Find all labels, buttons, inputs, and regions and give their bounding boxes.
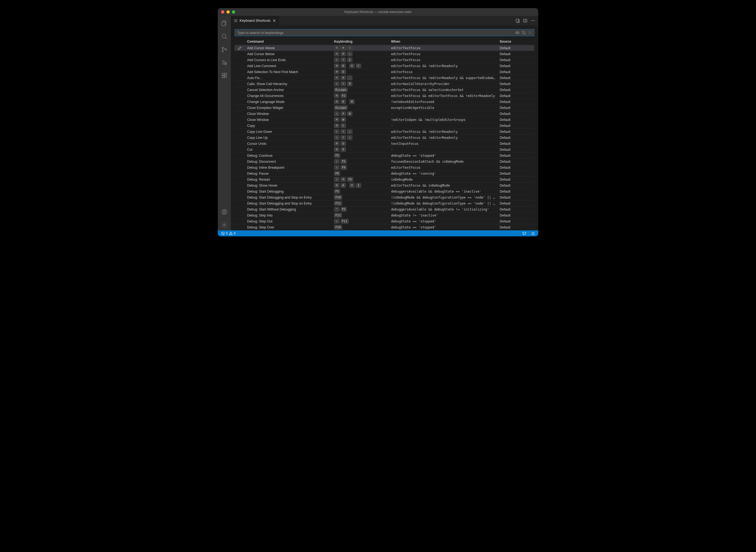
table-row[interactable]: Add Cursor Above⌥⌘↑editorTextFocusDefaul… bbox=[235, 45, 534, 51]
table-row[interactable]: Copy Line Down⇧⌥↓editorTextFocus && !edi… bbox=[235, 129, 534, 134]
table-row[interactable]: Debug: Step IntoF11debugState != 'inacti… bbox=[235, 212, 534, 218]
table-row[interactable]: Calls: Show Call Hierarchy⇧⌥HeditorHasCa… bbox=[235, 81, 534, 87]
col-keybinding[interactable]: Keybinding bbox=[332, 40, 389, 43]
source-cell: Default bbox=[498, 160, 534, 163]
svg-point-2 bbox=[222, 34, 226, 38]
status-problems[interactable]: 0 0 bbox=[220, 230, 236, 236]
keybinding-cell: ⌘D bbox=[332, 70, 389, 74]
table-row[interactable]: Copy⌘C-Default bbox=[235, 123, 534, 129]
keybinding-cell: ⇧F11 bbox=[332, 219, 389, 224]
clear-search-icon[interactable] bbox=[527, 31, 533, 35]
table-row[interactable]: Change Language Mode⌘KM!notebookEditorFo… bbox=[235, 99, 534, 105]
key-cap: ⇧ bbox=[334, 111, 340, 116]
run-debug-icon[interactable] bbox=[218, 57, 231, 68]
source-cell: Default bbox=[498, 178, 534, 181]
table-row[interactable]: Add Cursor Below⌥⌘↓editorTextFocusDefaul… bbox=[235, 51, 534, 57]
when-cell: focusedSessionIsAttach && inDebugMode bbox=[389, 160, 498, 163]
svg-rect-33 bbox=[522, 31, 523, 32]
table-row[interactable]: Cursor Undo⌘UtextInputFocusDefault bbox=[235, 140, 534, 146]
accounts-icon[interactable] bbox=[218, 206, 231, 217]
col-when[interactable]: When bbox=[389, 40, 498, 43]
sort-precedence-icon[interactable] bbox=[521, 31, 527, 35]
more-actions-icon[interactable] bbox=[531, 18, 535, 23]
table-row[interactable]: Debug: Start Without Debugging⌃F5debugge… bbox=[235, 206, 534, 212]
window-close-button[interactable] bbox=[221, 10, 224, 14]
source-cell: Default bbox=[498, 195, 534, 199]
table-row[interactable]: Debug: PauseF6debugState == 'running'Def… bbox=[235, 170, 534, 176]
command-cell: Calls: Show Call Hierarchy bbox=[245, 82, 332, 86]
svg-point-28 bbox=[516, 32, 517, 32]
key-cap: H bbox=[347, 82, 353, 86]
table-row[interactable]: Debug: ContinueF5debugState == 'stopped'… bbox=[235, 152, 534, 158]
keybinding-search[interactable] bbox=[235, 29, 534, 36]
key-cap: Escape bbox=[334, 88, 348, 92]
keybinding-cell: ⇧⌘W bbox=[332, 111, 389, 116]
keybinding-cell: F11 bbox=[332, 201, 389, 205]
keybinding-cell: ⇧⌥I bbox=[332, 57, 389, 62]
table-row[interactable]: Debug: Step OverF10debugState == 'stoppe… bbox=[235, 224, 534, 230]
keybinding-cell: ⇧⌥↓ bbox=[332, 129, 389, 134]
command-cell: Add Selection To Next Find Match bbox=[245, 70, 332, 74]
table-row[interactable]: Auto Fix...⌥⌘.editorTextFocus && !editor… bbox=[235, 75, 534, 81]
status-feedback-icon[interactable] bbox=[521, 230, 527, 236]
open-keybindings-json-icon[interactable] bbox=[515, 18, 520, 23]
table-row[interactable]: Close Exception WidgetEscapeexceptionWid… bbox=[235, 105, 534, 111]
key-cap: ⌃ bbox=[334, 207, 340, 212]
settings-gear-icon[interactable] bbox=[218, 220, 231, 230]
table-row[interactable]: Change All Occurrences⌘F2editorTextFocus… bbox=[235, 93, 534, 99]
key-cap: ⌘ bbox=[349, 63, 355, 68]
keybinding-search-input[interactable] bbox=[237, 31, 514, 35]
command-cell: Change Language Mode bbox=[245, 100, 332, 104]
window-minimize-button[interactable] bbox=[226, 10, 230, 14]
key-cap: ⌘ bbox=[341, 76, 346, 80]
svg-rect-21 bbox=[516, 19, 519, 22]
table-row[interactable]: Cut⌘X-Default bbox=[235, 146, 534, 152]
key-cap: ⌥ bbox=[334, 51, 340, 56]
keybinding-cell: ⇧F9 bbox=[332, 165, 389, 170]
source-control-icon[interactable] bbox=[218, 44, 231, 55]
key-cap: ↓ bbox=[347, 129, 353, 134]
table-row[interactable]: Debug: Start DebuggingF5debuggersAvailab… bbox=[235, 188, 534, 194]
split-editor-icon[interactable] bbox=[523, 18, 527, 23]
key-cap: ⌘ bbox=[334, 70, 340, 74]
col-source[interactable]: Source bbox=[498, 40, 534, 43]
table-row[interactable]: Debug: Inline Breakpoint⇧F9editorTextFoc… bbox=[235, 164, 534, 170]
table-row[interactable]: Close Window⇧⌘W-Default bbox=[235, 111, 534, 117]
table-row[interactable]: Debug: Restart⇧⌘F5inDebugModeDefault bbox=[235, 176, 534, 182]
table-row[interactable]: Debug: Start Debugging and Stop on Entry… bbox=[235, 200, 534, 206]
table-row[interactable]: Cancel Selection AnchorEscapeeditorTextF… bbox=[235, 87, 534, 93]
command-cell: Copy Line Up bbox=[245, 136, 332, 140]
table-body[interactable]: Add Cursor Above⌥⌘↑editorTextFocusDefaul… bbox=[235, 45, 534, 230]
key-cap: K bbox=[341, 63, 346, 68]
edit-keybinding-icon[interactable] bbox=[235, 46, 245, 50]
table-row[interactable]: Debug: Step Out⇧F11debugState == 'stoppe… bbox=[235, 218, 534, 224]
explorer-icon[interactable] bbox=[218, 18, 231, 29]
source-cell: Default bbox=[498, 166, 534, 169]
when-cell: editorTextFocus && !editorReadonly && su… bbox=[389, 76, 498, 80]
svg-rect-12 bbox=[225, 73, 227, 75]
keybinding-cell: ⌘KM bbox=[332, 100, 389, 104]
table-row[interactable]: Debug: Show Hover⌘K⌘IeditorTextFocus && … bbox=[235, 182, 534, 188]
table-row[interactable]: Add Selection To Next Find Match⌘Deditor… bbox=[235, 69, 534, 75]
tab-keyboard-shortcuts[interactable]: Keyboard Shortcuts bbox=[231, 16, 279, 25]
key-cap: ⌘ bbox=[341, 177, 346, 182]
col-command[interactable]: Command bbox=[245, 40, 332, 43]
svg-point-5 bbox=[222, 50, 223, 52]
extensions-icon[interactable] bbox=[218, 70, 231, 81]
when-cell: editorTextFocus && inDebugMode bbox=[389, 184, 498, 187]
table-row[interactable]: Add Cursors to Line Ends⇧⌥IeditorTextFoc… bbox=[235, 57, 534, 63]
table-row[interactable]: Add Line Comment⌘K⌘CeditorTextFocus && !… bbox=[235, 63, 534, 69]
table-row[interactable]: Debug: Start Debugging and Stop on Entry… bbox=[235, 194, 534, 200]
source-cell: Default bbox=[498, 52, 534, 56]
table-row[interactable]: Close Window⌘W!editorIsOpen && !multiple… bbox=[235, 117, 534, 123]
tab-close-button[interactable] bbox=[272, 18, 276, 23]
record-keys-icon[interactable] bbox=[514, 31, 521, 35]
window-maximize-button[interactable] bbox=[232, 10, 235, 14]
table-row[interactable]: Debug: Disconnect⇧F5focusedSessionIsAtta… bbox=[235, 158, 534, 164]
search-icon[interactable] bbox=[218, 31, 231, 42]
key-cap: ⌘ bbox=[334, 63, 340, 68]
when-cell: - bbox=[389, 148, 498, 152]
source-cell: Default bbox=[498, 226, 534, 229]
table-row[interactable]: Copy Line Up⇧⌥↑editorTextFocus && !edito… bbox=[235, 134, 534, 140]
status-bell-icon[interactable] bbox=[530, 230, 536, 236]
